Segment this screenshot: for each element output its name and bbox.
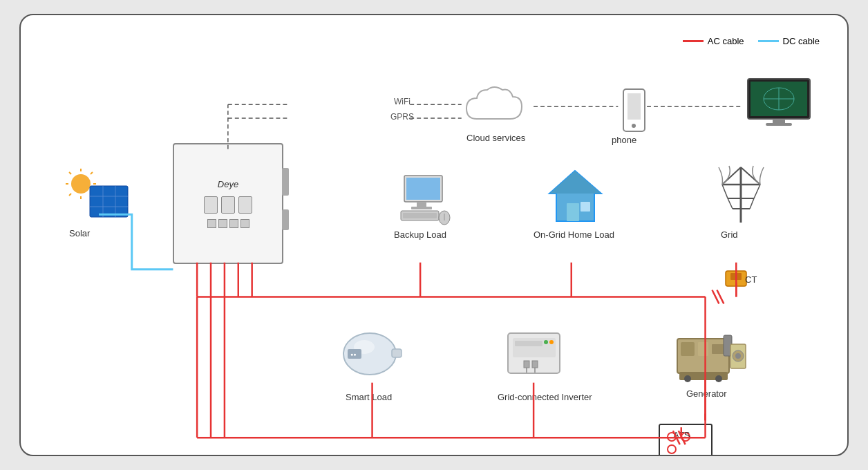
smart-load-icon: ●● <box>335 323 404 385</box>
svg-rect-47 <box>730 273 742 280</box>
wifi-label: WiFi <box>394 97 411 106</box>
smart-load-label: Smart Load <box>346 392 392 402</box>
gprs-label: GPRS <box>390 112 414 122</box>
svg-rect-29 <box>403 213 437 218</box>
svg-point-70 <box>715 375 722 382</box>
svg-marker-35 <box>549 171 601 194</box>
svg-rect-9 <box>766 123 792 126</box>
svg-line-44 <box>728 198 733 209</box>
svg-rect-64 <box>681 342 695 356</box>
svg-rect-19 <box>90 186 128 217</box>
dc-legend: DC cable <box>758 36 820 46</box>
svg-rect-59 <box>524 361 529 368</box>
ac-legend: AC cable <box>683 36 744 46</box>
svg-rect-56 <box>515 341 542 346</box>
inverter-brand-label: Deye <box>218 179 238 189</box>
generator-icon <box>674 325 750 386</box>
dc-label: DC cable <box>783 36 820 46</box>
svg-point-58 <box>549 340 554 344</box>
grid-label: Grid <box>721 229 738 240</box>
grid-inverter-label: Grid-connected Inverter <box>498 392 592 402</box>
home-load-label: On-Grid Home Load <box>534 229 614 240</box>
backup-load-label: Backup Load <box>394 229 446 240</box>
svg-line-45 <box>750 198 754 209</box>
monitor-icon <box>746 77 815 129</box>
ats-label: ATS <box>673 430 690 440</box>
svg-rect-26 <box>417 202 426 207</box>
svg-line-17 <box>69 194 71 196</box>
backup-load-icon <box>397 174 453 226</box>
phone-label: phone <box>612 135 636 145</box>
svg-rect-25 <box>406 178 440 200</box>
phone-icon <box>622 88 646 133</box>
svg-point-57 <box>544 340 548 344</box>
svg-rect-51 <box>392 349 402 357</box>
svg-rect-1 <box>628 93 641 120</box>
legend: AC cable DC cable <box>683 36 820 46</box>
svg-rect-33 <box>567 203 579 221</box>
grid-icon <box>715 164 767 226</box>
inverter-unit: Deye <box>173 143 283 264</box>
svg-rect-60 <box>532 361 538 368</box>
cloud-services-label: Cloud services <box>466 133 525 143</box>
main-diagram: AC cable DC cable WiFi GPRS Cloud servic… <box>19 14 849 456</box>
solar-panel-icon <box>66 169 131 224</box>
svg-point-69 <box>684 375 691 382</box>
svg-line-94 <box>712 290 719 304</box>
svg-line-15 <box>69 172 71 174</box>
svg-rect-66 <box>712 344 724 354</box>
cloud-icon <box>463 84 532 129</box>
svg-rect-8 <box>773 119 785 123</box>
svg-line-16 <box>91 172 93 174</box>
home-load-icon <box>546 167 605 226</box>
dc-line-sample <box>758 40 779 42</box>
svg-point-73 <box>735 353 741 359</box>
svg-rect-34 <box>581 202 590 212</box>
ct-label: CT <box>745 274 757 285</box>
svg-line-42 <box>722 185 728 198</box>
generator-label: Generator <box>686 388 727 399</box>
ac-line-sample <box>683 40 704 42</box>
svg-rect-27 <box>411 207 432 209</box>
svg-text:●●: ●● <box>350 352 356 357</box>
svg-point-2 <box>632 124 636 128</box>
solar-label: Solar <box>69 228 90 238</box>
grid-inverter-icon <box>504 323 567 385</box>
ac-label: AC cable <box>708 36 744 46</box>
svg-line-43 <box>754 185 760 198</box>
svg-point-10 <box>71 174 91 194</box>
svg-rect-65 <box>698 342 708 356</box>
